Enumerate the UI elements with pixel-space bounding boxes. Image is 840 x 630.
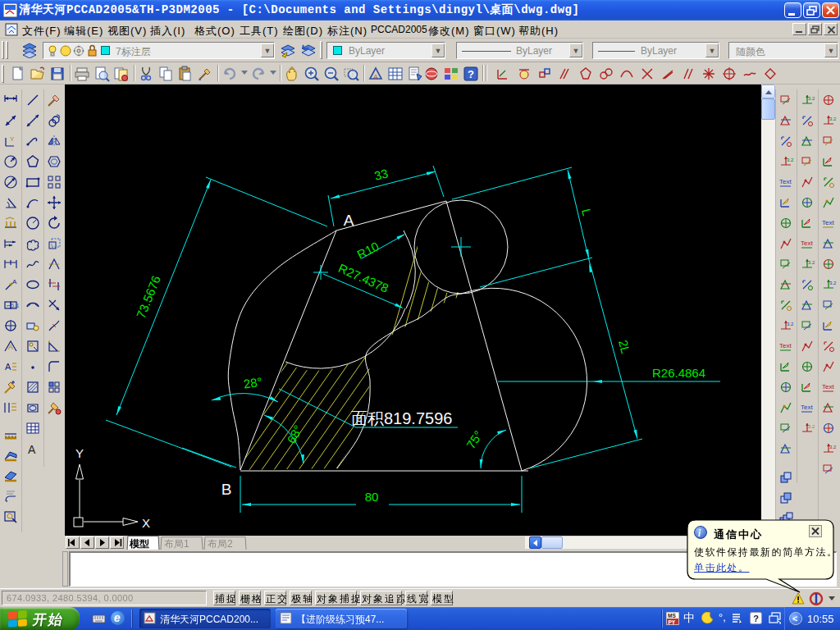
- svg-text:3.2: 3.2: [787, 322, 794, 326]
- svg-text:PY: PY: [669, 619, 676, 625]
- svg-text:面积819.7596: 面积819.7596: [351, 409, 452, 427]
- svg-text:3.2: 3.2: [808, 424, 815, 429]
- svg-text:Text: Text: [801, 240, 813, 247]
- svg-text:Text: Text: [779, 342, 792, 349]
- svg-text:B: B: [221, 481, 232, 498]
- svg-text:R26.4864: R26.4864: [652, 366, 705, 380]
- svg-text:3.2: 3.2: [829, 445, 837, 450]
- svg-text:Y: Y: [75, 446, 84, 460]
- svg-text:A: A: [344, 212, 354, 229]
- svg-text:?: ?: [753, 614, 759, 623]
- svg-text:3.2: 3.2: [808, 260, 815, 265]
- svg-text:X: X: [142, 516, 150, 530]
- svg-text:Text: Text: [779, 178, 792, 185]
- svg-text:A: A: [373, 73, 378, 81]
- svg-text:80: 80: [365, 490, 379, 504]
- svg-text:?: ?: [468, 68, 474, 80]
- svg-text:Text: Text: [801, 404, 813, 411]
- svg-text:Text: Text: [822, 383, 834, 390]
- svg-text:3.2: 3.2: [787, 158, 794, 162]
- svg-text:⌐5.1: ⌐5.1: [7, 302, 19, 309]
- svg-text:A: A: [8, 343, 13, 351]
- svg-text:Text: Text: [822, 219, 834, 226]
- svg-text:Y: Y: [10, 135, 15, 143]
- svg-text:A: A: [12, 278, 17, 285]
- svg-text:3.2: 3.2: [829, 116, 837, 121]
- svg-text:3.2: 3.2: [808, 96, 815, 101]
- svg-text:A: A: [5, 362, 11, 372]
- svg-text:MS: MS: [668, 613, 676, 619]
- svg-text:28°: 28°: [243, 375, 263, 391]
- svg-text:A: A: [28, 443, 36, 456]
- svg-text:3.2: 3.2: [829, 281, 837, 285]
